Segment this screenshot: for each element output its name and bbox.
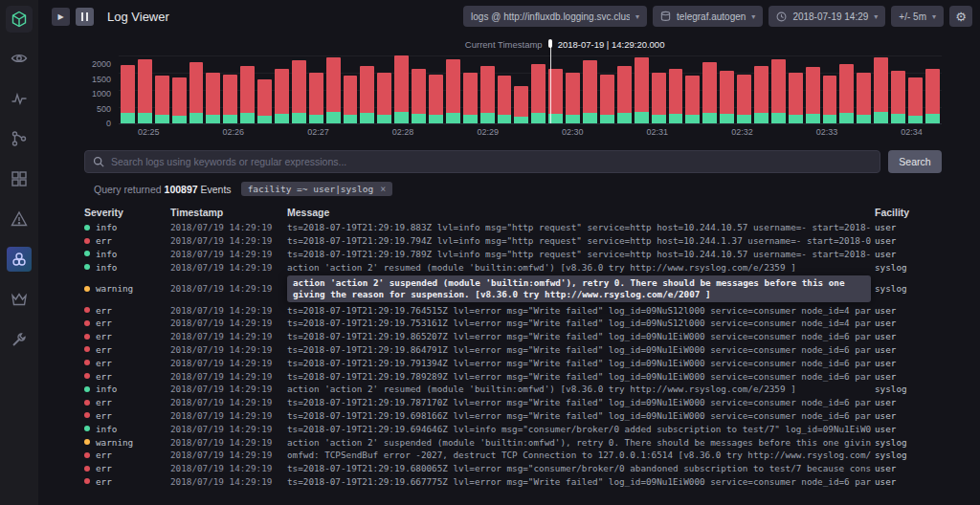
timestamp-cell: 2018/07/19 14:29:19 [170, 344, 283, 355]
histogram-bar [652, 73, 666, 123]
severity-label: err [96, 410, 112, 421]
sidebar-item-alerting[interactable] [7, 207, 32, 231]
histogram-bar [412, 69, 426, 123]
log-row[interactable]: err2018/07/19 14:29:19ts=2018-07-19T21:2… [84, 369, 942, 383]
message-cell: ts=2018-07-19T21:29:19.791394Z lvl=error… [287, 358, 871, 368]
log-row[interactable]: err2018/07/19 14:29:19ts=2018-07-19T21:2… [84, 462, 942, 475]
time-window-dropdown[interactable]: +/- 5m ▾ [891, 6, 944, 27]
bar-segment-err [189, 62, 204, 113]
y-tick-label: 2000 [92, 59, 111, 69]
database-dropdown[interactable]: telegraf.autogen ▾ [653, 6, 763, 27]
sidebar-item-flux[interactable] [7, 126, 32, 151]
message-cell: ts=2018-07-19T21:29:19.787170Z lvl=error… [287, 397, 871, 407]
histogram-bar [292, 60, 306, 123]
sidebar-item-config[interactable] [7, 327, 32, 352]
source-dropdown[interactable]: logs @ http://influxdb.logging.svc.clust… [463, 6, 647, 27]
severity-dot-err [84, 400, 90, 406]
log-row[interactable]: info2018/07/19 14:29:19ts=2018-07-19T21:… [84, 221, 942, 234]
chronograf-logo-icon[interactable] [6, 6, 33, 33]
bar-segment-info [172, 116, 187, 123]
log-row[interactable]: err2018/07/19 14:29:19ts=2018-07-19T21:2… [84, 317, 942, 330]
timestamp-cell: 2018/07/19 14:29:19 [170, 235, 283, 246]
histogram-bar [121, 65, 135, 123]
x-tick-label: 02:25 [138, 127, 160, 137]
message-cell: action 'action 2' resumed (module 'built… [287, 384, 871, 394]
bar-segment-err [891, 71, 905, 114]
play-icon: ▶ [57, 12, 63, 21]
timestamp-cell: 2018/07/19 14:29:19 [170, 437, 283, 448]
histogram-plot[interactable]: Current Timestamp 2018-07-19 | 14:29:20.… [119, 55, 942, 124]
pulse-graph-icon [11, 90, 28, 107]
query-result-text: Query returned 100897 Events [94, 184, 232, 195]
x-tick-label: 02:32 [731, 127, 753, 137]
severity-cell: warning [84, 437, 167, 448]
settings-button[interactable]: ⚙ [949, 6, 972, 27]
search-button[interactable]: Search [888, 150, 942, 173]
histogram-bar [240, 66, 255, 123]
log-row[interactable]: warning2018/07/19 14:29:19action 'action… [84, 435, 942, 449]
log-row[interactable]: err2018/07/19 14:29:19ts=2018-07-19T21:2… [84, 330, 942, 343]
log-table: Severity Timestamp Message Facility info… [38, 196, 980, 488]
bar-segment-info [206, 115, 220, 123]
log-row[interactable]: err2018/07/19 14:29:19ts=2018-07-19T21:2… [84, 356, 942, 369]
log-row[interactable]: err2018/07/19 14:29:19ts=2018-07-19T21:2… [84, 343, 942, 357]
sidebar-item-admin[interactable] [7, 287, 32, 312]
severity-label: err [96, 344, 112, 355]
y-tick-label: 1500 [92, 75, 111, 84]
bar-segment-info [874, 112, 888, 123]
close-icon[interactable]: × [380, 184, 386, 194]
message-cell: ts=2018-07-19T21:29:19.865207Z lvl=error… [287, 331, 871, 341]
timestamp-cell: 2018/07/19 14:29:19 [170, 305, 283, 316]
log-row[interactable]: info2018/07/19 14:29:19action 'action 2'… [84, 260, 942, 274]
time-dropdown[interactable]: 2018-07-19 14:29 ▾ [768, 6, 885, 27]
bar-segment-info [908, 116, 923, 123]
log-row[interactable]: err2018/07/19 14:29:19ts=2018-07-19T21:2… [84, 303, 942, 317]
marker-handle-icon[interactable] [548, 39, 552, 48]
sidebar-item-dashboards[interactable] [7, 166, 32, 191]
log-row[interactable]: warning2018/07/19 14:29:19action 'action… [84, 274, 942, 303]
bar-segment-err [326, 57, 341, 113]
pause-button[interactable] [76, 8, 94, 26]
sidebar-item-data-explorer[interactable] [7, 86, 32, 111]
histogram-bar [514, 86, 528, 123]
log-row[interactable]: err2018/07/19 14:29:19ts=2018-07-19T21:2… [84, 409, 942, 423]
bar-segment-info [925, 114, 940, 123]
severity-dot-err [84, 452, 90, 458]
bar-segment-info [617, 113, 632, 123]
filter-chip[interactable]: facility =~ user|syslog × [241, 182, 393, 196]
search-box[interactable] [84, 150, 880, 173]
log-row[interactable]: err2018/07/19 14:29:19ts=2018-07-19T21:2… [84, 396, 942, 409]
search-input[interactable] [111, 156, 872, 167]
bar-segment-info [223, 115, 237, 123]
log-row[interactable]: err2018/07/19 14:29:19ts=2018-07-19T21:2… [84, 234, 942, 248]
histogram-bar [463, 73, 478, 123]
sidebar-item-hosts[interactable] [7, 46, 32, 71]
histogram-bar [394, 55, 409, 123]
current-timestamp-marker[interactable] [550, 41, 551, 123]
log-row[interactable]: info2018/07/19 14:29:19ts=2018-07-19T21:… [84, 248, 942, 261]
clock-icon [776, 11, 787, 22]
log-row[interactable]: info2018/07/19 14:29:19ts=2018-07-19T21:… [84, 422, 942, 435]
log-row[interactable]: err2018/07/19 14:29:19ts=2018-07-19T21:2… [84, 475, 942, 489]
severity-cell: info [84, 249, 167, 259]
histogram-bar [206, 73, 220, 123]
play-button[interactable]: ▶ [52, 8, 70, 26]
histogram-bar [275, 69, 289, 123]
severity-dot-info [84, 225, 90, 231]
histogram-bar [789, 73, 803, 123]
bar-segment-err [737, 75, 751, 116]
severity-label: err [96, 476, 112, 487]
severity-dot-err [84, 412, 90, 418]
bar-segment-err [635, 57, 649, 113]
histogram-bar [771, 59, 786, 123]
log-row[interactable]: info2018/07/19 14:29:19action 'action 2'… [84, 383, 942, 396]
bar-segment-info [702, 113, 717, 123]
severity-dot-err [84, 320, 90, 326]
timestamp-cell: 2018/07/19 14:29:19 [170, 410, 283, 421]
current-timestamp-label: Current Timestamp [465, 39, 543, 50]
timestamp-cell: 2018/07/19 14:29:19 [170, 371, 283, 382]
bar-segment-info [326, 112, 341, 123]
sidebar-item-log-viewer[interactable] [7, 247, 32, 272]
bar-segment-err [412, 69, 426, 114]
log-row[interactable]: err2018/07/19 14:29:19omfwd: TCPSendBuf … [84, 449, 942, 462]
